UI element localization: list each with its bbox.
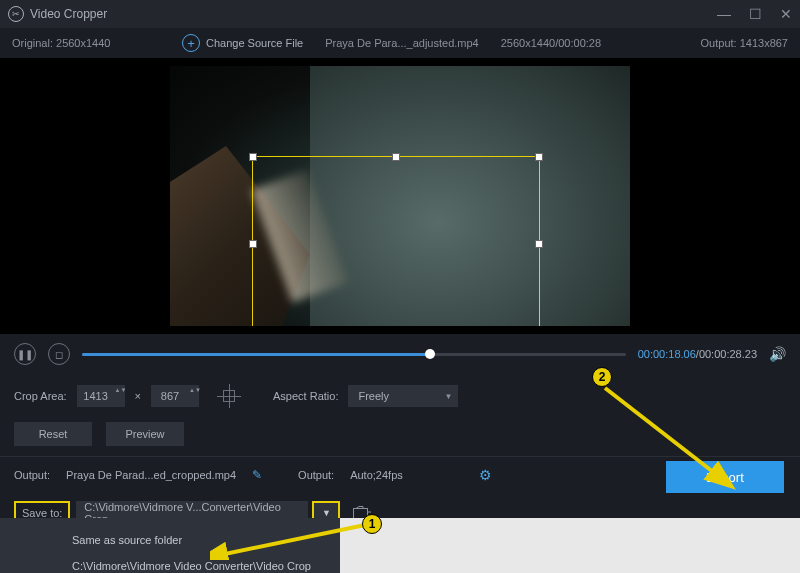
- crop-controls: Crop Area: 1413 ▲▼ × 867 ▲▼ Aspect Ratio…: [0, 374, 800, 418]
- settings-gear-icon[interactable]: ⚙: [479, 467, 492, 483]
- edit-filename-icon[interactable]: ✎: [252, 468, 262, 482]
- crop-area-label: Crop Area:: [14, 390, 67, 402]
- width-stepper[interactable]: ▲▼: [115, 387, 123, 405]
- infobar: Original: 2560x1440 + Change Source File…: [0, 28, 800, 58]
- crop-handle-n[interactable]: [392, 153, 400, 161]
- change-source-label: Change Source File: [206, 37, 303, 49]
- crop-handle-nw[interactable]: [249, 153, 257, 161]
- playback-bar: ❚❚ ◻ 00:00:18.06/00:00:28.23 🔊: [0, 334, 800, 374]
- dimension-separator: ×: [135, 390, 141, 402]
- titlebar: ✂ Video Cropper — ☐ ✕: [0, 0, 800, 28]
- menu-item-recent-path[interactable]: C:\Vidmore\Vidmore Video Converter\Video…: [58, 553, 336, 573]
- aspect-ratio-value: Freely: [358, 390, 389, 402]
- output-filename: Praya De Parad...ed_cropped.mp4: [66, 469, 236, 481]
- output-settings-value: Auto;24fps: [350, 469, 403, 481]
- preview-button[interactable]: Preview: [106, 422, 184, 446]
- plus-icon: +: [182, 34, 200, 52]
- crop-width-input[interactable]: 1413 ▲▼: [77, 385, 125, 407]
- crop-handle-ne[interactable]: [535, 153, 543, 161]
- output-dimensions: Output: 1413x867: [701, 37, 788, 49]
- action-row: Reset Preview: [0, 418, 800, 456]
- crop-handle-e[interactable]: [535, 240, 543, 248]
- save-path-dropdown-menu: Same as source folder C:\Vidmore\Vidmore…: [58, 527, 336, 573]
- crop-handle-w[interactable]: [249, 240, 257, 248]
- app-icon: ✂: [8, 6, 24, 22]
- source-dims-duration: 2560x1440/00:00:28: [501, 37, 601, 49]
- annotation-badge-2: 2: [592, 367, 612, 387]
- change-source-button[interactable]: + Change Source File: [182, 34, 303, 52]
- time-current: 00:00:18.06: [638, 348, 696, 360]
- maximize-button[interactable]: ☐: [749, 6, 762, 22]
- original-dimensions: Original: 2560x1440: [12, 37, 182, 49]
- video-preview: [0, 58, 800, 334]
- crop-width-value: 1413: [83, 390, 107, 402]
- aspect-ratio-select[interactable]: Freely: [348, 385, 458, 407]
- menu-item-same-as-source[interactable]: Same as source folder: [58, 527, 336, 553]
- crop-rectangle[interactable]: [252, 156, 540, 326]
- volume-icon[interactable]: 🔊: [769, 346, 786, 362]
- output-settings-label: Output:: [298, 469, 334, 481]
- export-button[interactable]: Export: [666, 461, 784, 493]
- height-stepper[interactable]: ▲▼: [189, 387, 197, 405]
- chevron-down-icon: ▼: [322, 508, 331, 518]
- time-total: /00:00:28.23: [696, 348, 757, 360]
- aspect-ratio-label: Aspect Ratio:: [273, 390, 338, 402]
- seek-thumb[interactable]: [425, 349, 435, 359]
- video-frame[interactable]: [170, 66, 630, 326]
- close-button[interactable]: ✕: [780, 6, 792, 22]
- output-label: Output:: [14, 469, 50, 481]
- seek-slider[interactable]: [82, 353, 626, 356]
- source-filename: Praya De Para..._adjusted.mp4: [325, 37, 478, 49]
- crop-height-input[interactable]: 867 ▲▼: [151, 385, 199, 407]
- minimize-button[interactable]: —: [717, 6, 731, 22]
- annotation-badge-1: 1: [362, 514, 382, 534]
- stop-button[interactable]: ◻: [48, 343, 70, 365]
- crop-height-value: 867: [161, 390, 179, 402]
- app-title: Video Cropper: [30, 7, 107, 21]
- center-crop-button[interactable]: [215, 382, 243, 410]
- pause-button[interactable]: ❚❚: [14, 343, 36, 365]
- reset-button[interactable]: Reset: [14, 422, 92, 446]
